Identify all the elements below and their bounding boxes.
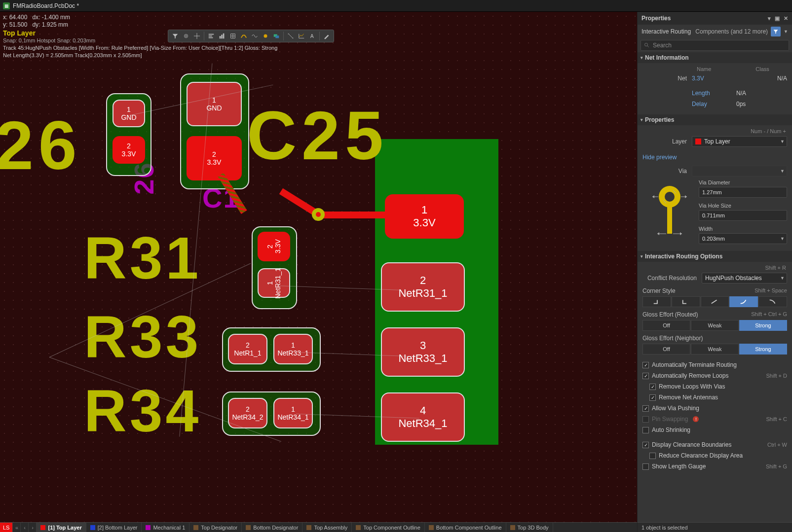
chk-auto-remove-loops[interactable]: Automatically Remove LoopsShift + D (642, 370, 787, 381)
route-track[interactable] (316, 212, 390, 218)
pencil-icon[interactable] (322, 31, 332, 41)
corner-arc-end[interactable] (758, 296, 787, 307)
svg-rect-5 (220, 36, 221, 38)
gloss-neighbor-weak[interactable]: Weak (691, 344, 739, 355)
tab-nav-next-icon[interactable]: › (29, 523, 37, 532)
object-filter-button[interactable] (771, 27, 781, 36)
gloss-routed-weak[interactable]: Weak (691, 320, 739, 331)
chk-auto-terminate[interactable]: Automatically Terminate Routing (642, 359, 787, 370)
gloss-routed-strong[interactable]: Strong (739, 320, 787, 331)
document-filename: FMRadioBoard.PcbDoc * (13, 2, 79, 9)
layer-tab-ls[interactable]: LS (0, 523, 13, 532)
layer-tab-top-asm[interactable]: Top Assembly (302, 523, 352, 532)
svg-rect-6 (221, 35, 223, 38)
pad[interactable]: 1NetR34_1 (273, 398, 313, 428)
corner-45[interactable] (701, 296, 729, 307)
via-marker[interactable] (312, 208, 325, 221)
close-icon[interactable]: ✕ (784, 15, 788, 22)
corner-arc-start[interactable] (729, 296, 758, 307)
silk-c25: C25 (247, 96, 388, 176)
pad[interactable]: 13.3V (385, 194, 464, 239)
conflict-resolution-dropdown[interactable]: HugNPush Obstacles▼ (702, 273, 787, 284)
svg-rect-15 (667, 207, 672, 234)
section-interactive-routing-options[interactable]: Interactive Routing Options (638, 251, 792, 262)
pad[interactable]: 1GND (187, 82, 242, 126)
section-properties[interactable]: Properties (638, 114, 792, 125)
layer-dropdown[interactable]: Top Layer▼ (692, 136, 787, 147)
svg-rect-4 (209, 37, 213, 38)
via-hole-input[interactable]: 0.711mm (699, 210, 787, 221)
svg-rect-7 (223, 34, 225, 39)
section-net-information[interactable]: Net Information (638, 52, 792, 63)
hole-icon[interactable] (261, 31, 270, 41)
snap-icon[interactable] (181, 31, 191, 41)
properties-panel: Properties ▾ ▣ ✕ Interactive Routing Com… (637, 12, 792, 522)
chart-icon[interactable] (217, 31, 227, 41)
align-icon[interactable] (206, 31, 216, 41)
svg-point-1 (186, 35, 187, 37)
layer-tab-top-3d-body[interactable]: Top 3D Body (506, 523, 553, 532)
panel-header[interactable]: Properties ▾ ▣ ✕ (638, 12, 792, 25)
wave-icon[interactable] (250, 31, 260, 41)
chk-reduce-clearance[interactable]: Reduce Clearance Display Area (642, 450, 787, 461)
width-dropdown[interactable]: 0.203mm▼ (699, 233, 787, 244)
pad[interactable]: 23.3V (258, 232, 290, 261)
chk-remove-net-antennas[interactable]: Remove Net Antennas (642, 392, 787, 403)
layer-tab-top[interactable]: [1] Top Layer (37, 523, 86, 532)
length-link[interactable]: Length (692, 90, 736, 97)
pin-icon[interactable]: ▣ (775, 15, 780, 22)
chk-allow-via-pushing[interactable]: Allow Via Pushing (642, 403, 787, 414)
pad[interactable]: 23.3V (113, 136, 145, 164)
grid-icon[interactable] (228, 31, 238, 41)
corner-90-end[interactable] (672, 296, 700, 307)
search-icon (644, 42, 650, 48)
text-icon[interactable]: A (307, 31, 317, 41)
net-name-link[interactable]: 3.3V (692, 75, 757, 82)
layer-tab-bottom-comp-outline[interactable]: Bottom Component Outline (425, 523, 506, 532)
gloss-neighbor-off[interactable]: Off (642, 344, 690, 355)
pad[interactable]: 1NetR33_1 (273, 334, 313, 364)
pad[interactable]: 3NetR33_1 (381, 327, 465, 377)
via-diameter-input[interactable]: 1.27mm (699, 187, 787, 198)
pcb-canvas[interactable]: x: 64.400 dx: -1.400 mm y: 51.500 dy: 1.… (0, 12, 637, 522)
chk-remove-loops-vias[interactable]: Remove Loops With Vias (642, 381, 787, 392)
corner-90-start[interactable] (642, 296, 671, 307)
pin-icon[interactable]: ▾ (768, 15, 771, 22)
layer-tab-mech[interactable]: Mechanical 1 (142, 523, 189, 532)
hide-preview-link[interactable]: Hide preview (642, 154, 677, 161)
layer-tab-top-des[interactable]: Top Designator (189, 523, 242, 532)
gloss-neighbor-strong[interactable]: Strong (739, 344, 787, 355)
scope-label: Components (and 12 more) (695, 28, 768, 35)
route-icon[interactable] (239, 31, 249, 41)
chevron-down-icon[interactable]: ▼ (784, 29, 788, 34)
warning-icon: ! (693, 416, 699, 422)
crosshair-icon[interactable] (192, 31, 202, 41)
chk-pin-swapping: Pin Swapping!Shift + C (642, 414, 787, 425)
panel-title: Properties (641, 15, 671, 22)
pad[interactable]: 2NetR31_1 (381, 262, 465, 312)
dims-icon[interactable] (286, 31, 296, 41)
silk-26: 26 (0, 106, 82, 185)
layer-tab-bottom[interactable]: [2] Bottom Layer (86, 523, 142, 532)
silk-r31: R31 (84, 224, 201, 292)
chk-display-clearance[interactable]: Display Clearance BoundariesCtrl + W (642, 439, 787, 450)
via-template-dropdown[interactable]: ▼ (692, 166, 787, 177)
chk-show-length-gauge[interactable]: Show Length GaugeShift + G (642, 461, 787, 472)
layers-icon[interactable] (271, 31, 281, 41)
pad[interactable]: 1GND (113, 100, 145, 127)
layer-tab-bottom-des[interactable]: Bottom Designator (242, 523, 302, 532)
gloss-routed-off[interactable]: Off (642, 320, 690, 331)
titlebar: ▦ FMRadioBoard.PcbDoc * (0, 0, 792, 12)
search-input[interactable]: Search (641, 40, 789, 51)
pad[interactable]: 2NetR1_1 (228, 334, 267, 364)
tab-nav-prev-icon[interactable]: ‹ (21, 523, 29, 532)
tab-nav-first-icon[interactable]: « (13, 523, 21, 532)
filter-icon[interactable] (170, 31, 180, 41)
layer-tab-top-comp-outline[interactable]: Top Component Outline (352, 523, 425, 532)
delay-link[interactable]: Delay (692, 101, 736, 107)
pad[interactable]: 23.3V (187, 136, 242, 180)
chk-auto-shrinking[interactable]: Auto Shrinking (642, 425, 787, 435)
graph-icon[interactable] (297, 31, 306, 41)
pad[interactable]: 1NetR31_1 (258, 268, 290, 298)
via-preview-graphic (642, 179, 692, 244)
